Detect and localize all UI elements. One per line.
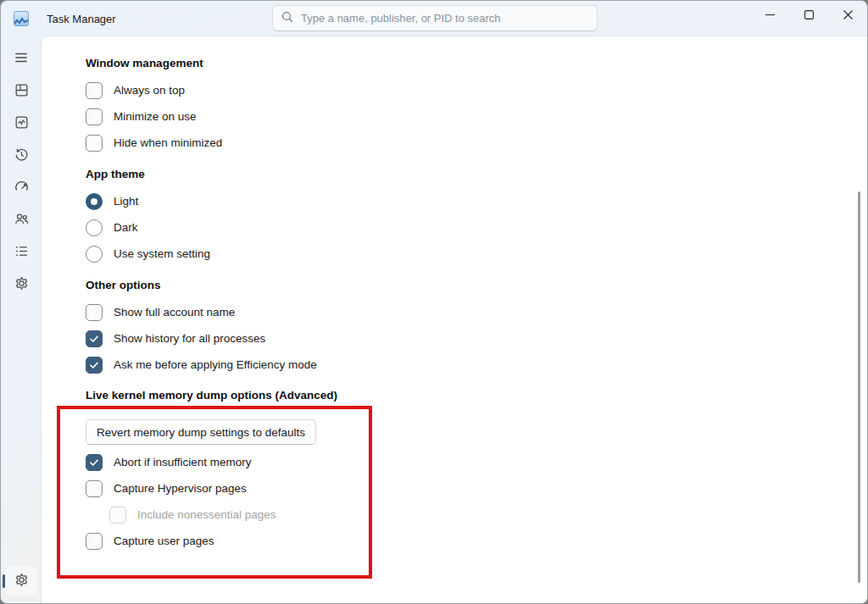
close-button[interactable] — [828, 1, 867, 28]
sidebar-item-startup-apps[interactable] — [11, 176, 31, 197]
sidebar-item-users[interactable] — [11, 208, 31, 229]
radio[interactable] — [86, 219, 103, 236]
checkbox-row-show-full-account-name[interactable]: Show full account name — [86, 303, 867, 321]
radio-label: Use system setting — [114, 247, 210, 260]
checkbox-label: Minimize on use — [114, 110, 197, 123]
section-heading-other-options: Other options — [86, 279, 867, 293]
hamburger-menu-icon[interactable] — [11, 47, 31, 68]
window-title: Task Manager — [47, 13, 116, 25]
search-icon — [281, 11, 293, 25]
settings-content: Window management Always on top Minimize… — [42, 36, 867, 603]
checkbox-label: Abort if insufficient memory — [114, 456, 252, 468]
checkbox-label: Capture Hypervisor pages — [114, 482, 247, 495]
task-manager-window: Task Manager — [0, 0, 868, 604]
checkbox-row-ask-before-efficiency-mode[interactable]: Ask me before applying Efficiency mode — [86, 356, 867, 374]
checkbox-disabled — [109, 507, 126, 524]
section-heading-live-kernel-dump: Live kernel memory dump options (Advance… — [86, 389, 867, 403]
checkbox[interactable] — [86, 304, 103, 321]
checkbox[interactable] — [86, 82, 103, 99]
checkbox-label: Ask me before applying Efficiency mode — [114, 358, 317, 371]
checkbox[interactable] — [86, 533, 103, 550]
checkbox-checked[interactable] — [86, 357, 103, 374]
section-heading-app-theme: App theme — [86, 168, 867, 182]
sidebar-item-details[interactable] — [11, 241, 31, 261]
sidebar-item-settings[interactable] — [5, 567, 37, 596]
radio-label: Dark — [114, 221, 138, 234]
search-input[interactable] — [301, 12, 588, 25]
checkbox[interactable] — [86, 135, 103, 152]
sidebar-item-processes[interactable] — [11, 80, 31, 100]
vertical-scrollbar-thumb[interactable] — [858, 191, 860, 583]
checkbox-label: Show history for all processes — [114, 332, 265, 345]
checkbox-row-minimize-on-use[interactable]: Minimize on use — [86, 108, 867, 125]
checkbox-label: Capture user pages — [114, 535, 214, 547]
sidebar-item-app-history[interactable] — [11, 144, 31, 164]
section-heading-window-management: Window management — [86, 57, 867, 71]
checkbox-row-always-on-top[interactable]: Always on top — [86, 81, 867, 99]
checkbox-row-capture-user-pages[interactable]: Capture user pages — [86, 532, 867, 550]
radio-selected[interactable] — [86, 193, 103, 210]
radio-row-use-system-setting[interactable]: Use system setting — [86, 245, 867, 263]
checkbox-label: Hide when minimized — [114, 136, 222, 149]
revert-memory-dump-defaults-button[interactable]: Revert memory dump settings to defaults — [86, 419, 316, 445]
checkbox-label: Show full account name — [114, 306, 235, 319]
checkbox[interactable] — [86, 480, 103, 497]
gear-icon — [14, 572, 30, 590]
sidebar — [1, 36, 42, 603]
radio[interactable] — [86, 246, 103, 263]
search-box[interactable] — [272, 5, 598, 31]
checkbox-row-show-history-all-processes[interactable]: Show history for all processes — [86, 330, 867, 347]
task-manager-app-icon — [14, 11, 29, 26]
checkbox-row-include-nonessential-pages: Include nonessential pages — [109, 506, 867, 524]
radio-label: Light — [114, 195, 138, 208]
sidebar-item-performance[interactable] — [11, 112, 31, 132]
titlebar: Task Manager — [1, 1, 867, 36]
radio-row-light[interactable]: Light — [86, 192, 867, 210]
sidebar-item-services[interactable] — [11, 273, 31, 293]
checkbox-checked[interactable] — [86, 330, 103, 347]
checkbox-row-capture-hypervisor-pages[interactable]: Capture Hypervisor pages — [86, 479, 867, 497]
minimize-button[interactable] — [750, 1, 789, 28]
checkbox-checked[interactable] — [86, 454, 103, 471]
checkbox-label: Include nonessential pages — [137, 508, 276, 521]
maximize-button[interactable] — [789, 1, 828, 28]
window-controls — [750, 1, 867, 36]
radio-row-dark[interactable]: Dark — [86, 219, 867, 236]
checkbox[interactable] — [86, 108, 103, 125]
checkbox-row-abort-if-insufficient-memory[interactable]: Abort if insufficient memory — [86, 453, 867, 471]
checkbox-label: Always on top — [114, 84, 185, 97]
checkbox-row-hide-when-minimized[interactable]: Hide when minimized — [86, 134, 867, 152]
